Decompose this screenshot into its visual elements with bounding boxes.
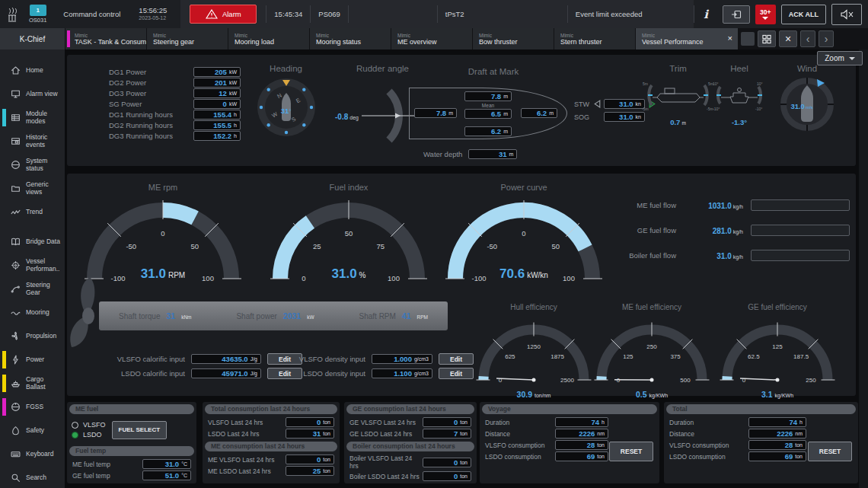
lsdo-calorific-row: LSDO calorific input 45971.0J/g Edit bbox=[109, 368, 302, 379]
radio-lsdo[interactable]: LSDO bbox=[72, 431, 106, 439]
tab-stern-thruster[interactable]: MimicStern thruster bbox=[554, 28, 635, 49]
me-fuel-temp-row: ME fuel temp 31.0°C bbox=[67, 459, 196, 469]
login-icon[interactable] bbox=[723, 5, 750, 24]
svg-text:50: 50 bbox=[345, 229, 353, 238]
water-depth-row: Water depth 31m bbox=[423, 149, 517, 159]
sidebar-item-mooring[interactable]: Mooring bbox=[0, 301, 65, 324]
tab-bow-thruster[interactable]: MimicBow thruster bbox=[473, 28, 554, 49]
vlsfo-24h-row: VLSFO Last 24 hrs 0ton bbox=[203, 417, 340, 427]
voyage-panel: Voyage Duration 74h Distance 2226nm VLSF… bbox=[480, 402, 659, 483]
close-tab-icon[interactable]: × bbox=[728, 33, 732, 43]
sidebar-item-historic-events[interactable]: Historic events bbox=[0, 129, 65, 153]
alarm-count-badge[interactable]: 30+ bbox=[755, 5, 776, 24]
propulsion-icon bbox=[11, 331, 21, 341]
sidebar-item-generic-views[interactable]: Generic views bbox=[0, 177, 65, 200]
sidebar-item-bridge-data[interactable]: Bridge Data bbox=[0, 230, 65, 254]
svg-text:625: 625 bbox=[505, 353, 515, 360]
draft-ship-outline: 7.8m Mean 6.5m 7.8m 6.2m 6.2m bbox=[409, 88, 567, 139]
radio-vlsfo[interactable]: VLSFO bbox=[72, 421, 106, 429]
me-fuel-efficiency-value: 0.5kg/KWh bbox=[587, 387, 716, 400]
fuel-select-button[interactable]: FUEL SELECT bbox=[112, 421, 168, 439]
operator-station[interactable]: 1 OS031 bbox=[24, 0, 51, 28]
tab-me-overview[interactable]: MimicME overview bbox=[391, 28, 472, 49]
lsdo-24h-value: 31ton bbox=[286, 429, 334, 439]
rudder-value: -0.8deg bbox=[335, 109, 359, 123]
sidebar-item-module-modes[interactable]: Module modes bbox=[0, 106, 65, 129]
boiler-fuel-flow-bar bbox=[751, 250, 850, 261]
draft-title: Draft at Mark bbox=[432, 67, 554, 76]
main-content: Zoom DG1 Power205kW DG2 Power201kW DG3 P… bbox=[65, 49, 868, 488]
svg-text:-10°: -10° bbox=[713, 107, 720, 111]
sidebar-item-steering-gear[interactable]: Steering Gear bbox=[0, 277, 65, 301]
svg-text:0: 0 bbox=[161, 229, 164, 238]
total-duration-value: 74h bbox=[748, 417, 806, 427]
info-icon[interactable]: i bbox=[694, 5, 717, 22]
boiler-lsdo-24h-row: Boiler LSDO Last 24 hrs 0ton bbox=[344, 471, 477, 481]
me-rpm-gauge: ME rpm -100-50050100 31.0RPM bbox=[79, 183, 247, 285]
historic-events-icon bbox=[11, 136, 21, 146]
cargo-ballast-icon bbox=[11, 378, 21, 388]
sidebar-item-keyboard[interactable]: Keyboard bbox=[0, 442, 65, 466]
sidebar-item-alarm-view[interactable]: Alarm view bbox=[0, 82, 65, 106]
zoom-dropdown[interactable]: Zoom bbox=[817, 51, 863, 65]
heel-widget: Heel 10° -10° 10° -10° -1.3° bbox=[713, 64, 766, 128]
heel-title: Heel bbox=[713, 64, 766, 73]
sidebar-item-safety[interactable]: Safety bbox=[0, 419, 65, 442]
svg-text:250: 250 bbox=[806, 377, 816, 384]
sidebar-item-vessel-performance[interactable]: Vessel Performan.. bbox=[0, 254, 65, 277]
tab-vessel-performance[interactable]: MimicVessel Performance × bbox=[636, 28, 738, 49]
tab-mooring-load[interactable]: MimicMooring load bbox=[228, 28, 309, 49]
svg-text:-5m: -5m bbox=[642, 107, 649, 111]
vlsfo-calorific-value: 43635.0J/g bbox=[191, 354, 261, 364]
tab-steering-gear[interactable]: MimicSteering gear bbox=[147, 28, 228, 49]
alarm-station: PS069 bbox=[310, 5, 348, 22]
fuel-flow-block: ME fuel flow 1031.0kg/h GE fuel flow 281… bbox=[600, 199, 856, 275]
prev-tab-icon[interactable]: ‹ bbox=[800, 30, 815, 47]
sidebar-item-search[interactable]: Search bbox=[0, 466, 65, 488]
boiler-lsdo-24h-value: 0ton bbox=[423, 471, 471, 481]
svg-text:25: 25 bbox=[313, 242, 321, 250]
alarm-button[interactable]: Alarm bbox=[190, 5, 257, 24]
hull-efficiency-value: 30.9ton/nm bbox=[469, 387, 598, 400]
alarm-time: 15:45:34 bbox=[266, 5, 310, 22]
sidebar-item-trend[interactable]: Trend bbox=[0, 200, 65, 224]
total-panel: Total Duration 74h Distance 2226nm VLSFO… bbox=[664, 402, 858, 483]
kongsberg-logo bbox=[0, 0, 24, 28]
wind-widget: Wind 31.0m/s bbox=[767, 64, 847, 134]
svg-text:1250: 1250 bbox=[527, 343, 541, 350]
me-vlsfo-24h-row: ME VLSFO Last 24 hrs 0ton bbox=[203, 455, 340, 464]
ge-fuel-temp-row: GE fuel temp 51.0°C bbox=[67, 470, 196, 480]
sidebar-item-fgss[interactable]: FGSS bbox=[0, 395, 65, 419]
tab-task-tank-consumers[interactable]: MimicTASK - Tank & Consumers bbox=[65, 28, 146, 49]
fuel-index-value: 31.0% bbox=[265, 266, 432, 282]
next-tab-icon[interactable]: › bbox=[819, 30, 834, 47]
system-clock: 15:56:25 2023-05-12 bbox=[132, 0, 173, 28]
mooring-icon bbox=[11, 308, 21, 317]
dg-row: DG1 Power205kW bbox=[109, 67, 241, 77]
radio-selected-icon bbox=[72, 432, 78, 439]
app-brand: K-Chief bbox=[0, 28, 65, 49]
tab-mooring-status[interactable]: MimicMooring status bbox=[310, 28, 391, 49]
sidebar-item-cargo-ballast[interactable]: Cargo Ballast bbox=[0, 372, 65, 395]
radio-icon bbox=[72, 422, 78, 429]
mute-horn-icon[interactable] bbox=[831, 4, 862, 25]
dg-row: DG1 Running hours155.4h bbox=[109, 110, 241, 120]
blank-button[interactable] bbox=[741, 32, 755, 46]
chevron-down-icon bbox=[762, 17, 768, 20]
ack-all-button[interactable]: ACK ALL bbox=[781, 5, 826, 24]
draft-bow-value: 6.2m bbox=[521, 108, 557, 118]
voyage-distance-row: Distance 2226nm bbox=[480, 429, 659, 439]
tile-windows-icon[interactable] bbox=[758, 30, 776, 47]
sidebar-item-power[interactable]: Power bbox=[0, 348, 65, 372]
fgss-icon bbox=[11, 402, 21, 412]
voyage-duration-value: 74h bbox=[555, 417, 608, 427]
svg-text:0: 0 bbox=[499, 377, 503, 384]
voyage-reset-button[interactable]: RESET bbox=[609, 442, 653, 461]
sidebar-item-system-status[interactable]: System status bbox=[0, 153, 65, 177]
sidebar-item-propulsion[interactable]: Propulsion bbox=[0, 324, 65, 348]
close-all-icon[interactable]: × bbox=[779, 30, 797, 47]
sidebar-item-home[interactable]: Home bbox=[0, 59, 65, 82]
total-reset-button[interactable]: RESET bbox=[808, 442, 852, 461]
heading-value: 31° bbox=[255, 103, 318, 116]
vlsfo-24h-value: 0ton bbox=[286, 417, 334, 427]
